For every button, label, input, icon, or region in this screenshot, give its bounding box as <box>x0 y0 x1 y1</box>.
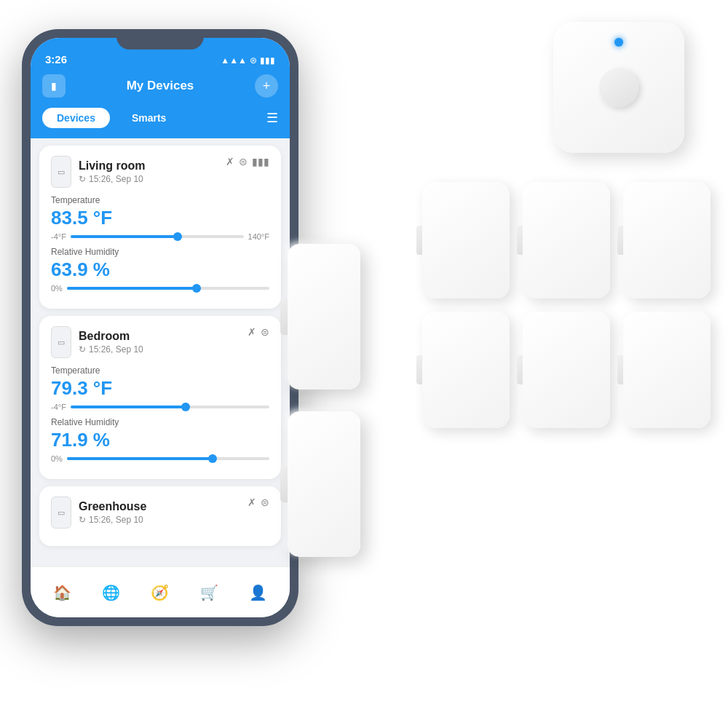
humidity-track-living-room[interactable] <box>67 287 269 290</box>
signal-icon: ▲▲▲ <box>221 55 247 66</box>
device-info-living-room: ▭ Living room ↻ 15:26, Sep 10 <box>51 156 146 188</box>
refresh-icon-bedroom: ↻ <box>79 344 86 355</box>
nav-compass[interactable]: 🧭 <box>151 584 169 601</box>
sensor-large-front-left <box>288 244 360 389</box>
nav-globe[interactable]: 🌐 <box>102 584 120 601</box>
device-card-living-room: ▭ Living room ↻ 15:26, Sep 10 <box>39 146 281 309</box>
temp-min-bedroom: -4°F <box>51 403 66 411</box>
device-conn-bedroom: ✗ ⊜ <box>248 326 269 338</box>
device-time-living-room: ↻ 15:26, Sep 10 <box>79 174 146 184</box>
home-icon: 🏠 <box>53 584 71 601</box>
menu-icon[interactable]: ☰ <box>266 110 278 126</box>
temp-max-living-room: 140°F <box>248 232 269 241</box>
temp-section-bedroom: Temperature 79.3 °F -4°F <box>51 365 269 411</box>
temp-track-living-room[interactable] <box>71 235 244 238</box>
phone-screen: 3:26 ▲▲▲ ⊛ ▮▮▮ ▮ My Devices <box>31 38 290 617</box>
humidity-section-bedroom: Relative Humidity 71.9 % 0% <box>51 417 269 463</box>
humidity-min-living-room: 0% <box>51 284 63 293</box>
temp-value-living-room: 83.5 °F <box>51 207 269 229</box>
compass-icon: 🧭 <box>151 584 169 601</box>
sensor-device-4 <box>422 312 510 428</box>
battery-full-icon: ▮▮▮ <box>252 156 269 167</box>
device-icon-living-room: ▭ <box>51 156 71 188</box>
refresh-icon: ↻ <box>79 174 86 184</box>
status-icons: ▲▲▲ ⊛ ▮▮▮ <box>221 55 275 66</box>
temp-slider-bedroom[interactable]: -4°F <box>51 403 269 411</box>
sensor-device-5 <box>523 312 610 428</box>
humidity-label-living-room: Relative Humidity <box>51 247 269 257</box>
temp-slider-living-room[interactable]: -4°F 140°F <box>51 232 269 241</box>
hub-button[interactable] <box>599 68 638 107</box>
phone: 3:26 ▲▲▲ ⊛ ▮▮▮ ▮ My Devices <box>22 29 328 684</box>
sensor-device-1 <box>422 182 510 298</box>
nav-cart[interactable]: 🛒 <box>200 584 218 601</box>
battery-icon: ▮▮▮ <box>260 55 275 66</box>
humidity-track-bedroom[interactable] <box>67 457 269 460</box>
wifi-signal-icon: ⊜ <box>239 156 248 167</box>
nav-user[interactable]: 👤 <box>249 584 267 601</box>
device-name-bedroom: Bedroom <box>79 330 143 343</box>
temp-section-living-room: Temperature 83.5 °F -4°F 140°F <box>51 195 269 241</box>
user-icon: 👤 <box>249 584 267 601</box>
humidity-min-bedroom: 0% <box>51 454 63 463</box>
humidity-slider-living-room[interactable]: 0% <box>51 284 269 293</box>
temp-value-bedroom: 79.3 °F <box>51 377 269 400</box>
header-title: My Devices <box>66 79 255 93</box>
tab-bar: Devices Smarts ☰ <box>31 108 290 138</box>
device-icon-bedroom: ▭ <box>51 326 71 358</box>
device-card-bedroom: ▭ Bedroom ↻ 15:26, Sep 10 <box>39 316 281 479</box>
sensor-device-3 <box>623 182 711 298</box>
device-conn-greenhouse: ✗ ⊜ <box>248 496 269 508</box>
temp-label-bedroom: Temperature <box>51 365 269 376</box>
bluetooth-icon-bedroom: ✗ <box>248 326 256 338</box>
humidity-value-bedroom: 71.9 % <box>51 429 269 451</box>
wifi-icon: ⊛ <box>250 55 257 66</box>
bluetooth-icon-greenhouse: ✗ <box>248 496 256 508</box>
device-name-greenhouse: Greenhouse <box>79 500 146 513</box>
add-icon: + <box>263 79 271 94</box>
nav-home[interactable]: 🏠 <box>53 584 71 601</box>
device-time-greenhouse: ↻ 15:26, Sep 10 <box>79 515 146 525</box>
device-list: ▭ Living room ↻ 15:26, Sep 10 <box>31 138 290 566</box>
temp-track-bedroom[interactable] <box>71 405 269 408</box>
refresh-icon-greenhouse: ↻ <box>79 515 86 525</box>
back-button[interactable]: ▮ <box>42 74 66 98</box>
humidity-label-bedroom: Relative Humidity <box>51 417 269 427</box>
scene: 3:26 ▲▲▲ ⊛ ▮▮▮ ▮ My Devices <box>0 0 728 728</box>
temp-min-living-room: -4°F <box>51 232 66 241</box>
device-info-bedroom: ▭ Bedroom ↻ 15:26, Sep 10 <box>51 326 143 358</box>
bottom-nav: 🏠 🌐 🧭 🛒 👤 <box>31 566 290 617</box>
phone-notch <box>116 29 204 50</box>
sensor-grid <box>393 182 699 428</box>
back-icon: ▮ <box>51 80 57 92</box>
sensor-large-front-left-2 <box>288 411 360 557</box>
humidity-value-living-room: 63.9 % <box>51 258 269 281</box>
humidity-section-living-room: Relative Humidity 63.9 % 0% <box>51 247 269 293</box>
hub-led <box>614 38 623 47</box>
sensor-device-6 <box>623 312 711 428</box>
device-card-greenhouse: ▭ Greenhouse ↻ 15:26, Sep 10 <box>39 486 281 546</box>
humidity-slider-bedroom[interactable]: 0% <box>51 454 269 463</box>
add-button[interactable]: + <box>255 74 278 98</box>
device-info-greenhouse: ▭ Greenhouse ↻ 15:26, Sep 10 <box>51 496 146 529</box>
device-conn-living-room: ✗ ⊜ ▮▮▮ <box>226 156 269 167</box>
temp-label-living-room: Temperature <box>51 195 269 205</box>
app-header: ▮ My Devices + <box>31 70 290 108</box>
device-time-bedroom: ↻ 15:26, Sep 10 <box>79 344 143 355</box>
cart-icon: 🛒 <box>200 584 218 601</box>
status-time: 3:26 <box>45 53 67 66</box>
hub-device <box>553 22 684 153</box>
tab-devices[interactable]: Devices <box>42 108 110 128</box>
sensor-device-2 <box>523 182 610 298</box>
globe-icon: 🌐 <box>102 584 120 601</box>
device-icon-greenhouse: ▭ <box>51 496 71 529</box>
wifi-signal-icon-greenhouse: ⊜ <box>261 496 269 508</box>
phone-outer: 3:26 ▲▲▲ ⊛ ▮▮▮ ▮ My Devices <box>22 29 298 626</box>
tab-smarts[interactable]: Smarts <box>117 108 181 128</box>
bluetooth-icon: ✗ <box>226 156 234 167</box>
device-name-living-room: Living room <box>79 159 146 173</box>
wifi-signal-icon-bedroom: ⊜ <box>261 326 269 338</box>
